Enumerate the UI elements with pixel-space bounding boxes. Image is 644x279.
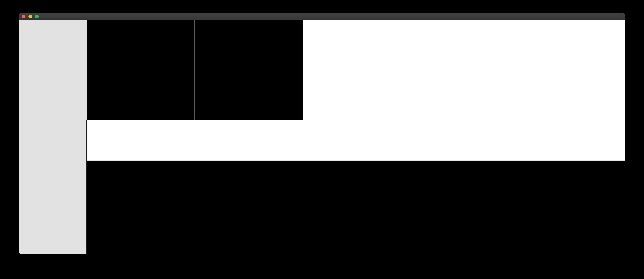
right-camera-view xyxy=(195,20,303,120)
left-camera-view xyxy=(87,20,195,120)
window-title xyxy=(19,13,625,20)
title-bar[interactable] xyxy=(19,13,625,20)
main-window xyxy=(19,13,625,254)
camera-divider xyxy=(194,20,195,120)
position-plot[interactable] xyxy=(87,160,625,254)
control-panel xyxy=(19,20,87,254)
